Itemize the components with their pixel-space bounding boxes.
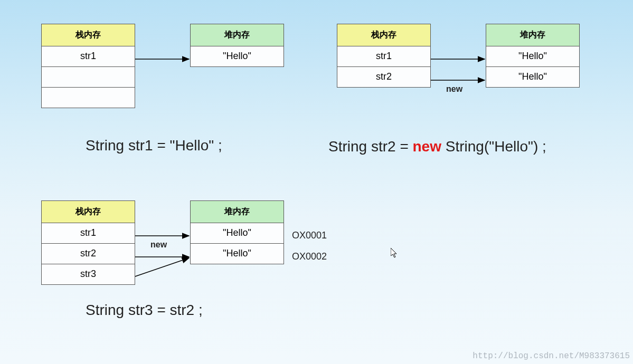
d3-heap-row0: "Hello": [190, 223, 284, 244]
d1-stack-table: 栈内存 str1: [41, 24, 135, 108]
d3-addr0: OX0001: [292, 230, 327, 241]
d2-heap-row0: "Hello": [486, 46, 580, 67]
d2-new-label: new: [446, 84, 462, 94]
d2-stack-row0: str1: [337, 46, 431, 67]
d1-stack-row1: [41, 67, 135, 88]
d3-addr1: OX0002: [292, 251, 327, 262]
d3-stack-row1: str2: [41, 244, 135, 264]
d2-stack-table: 栈内存 str1 str2: [337, 24, 431, 88]
d1-code: String str1 = "Hello" ;: [86, 137, 222, 154]
svg-line-6: [135, 258, 189, 276]
d2-code-post: String("Hello") ;: [441, 138, 546, 155]
d1-heap-header: 堆内存: [190, 24, 284, 46]
d1-stack-header: 栈内存: [41, 24, 135, 46]
d2-code-pre: String str2 =: [328, 138, 413, 155]
d1-stack-row2: [41, 88, 135, 108]
d2-heap-table: 堆内存 "Hello" "Hello": [486, 24, 580, 88]
d3-heap-header: 堆内存: [190, 200, 284, 223]
d1-heap-table: 堆内存 "Hello": [190, 24, 284, 67]
d3-heap-table: 堆内存 "Hello" "Hello": [190, 200, 284, 264]
d3-heap-row1: "Hello": [190, 244, 284, 264]
d3-new-label: new: [150, 240, 167, 250]
d3-stack-row0: str1: [41, 223, 135, 244]
d3-stack-row2: str3: [41, 264, 135, 285]
d2-code: String str2 = new String("Hello") ;: [328, 138, 546, 155]
d2-heap-row1: "Hello": [486, 67, 580, 88]
d3-stack-table: 栈内存 str1 str2 str3: [41, 200, 135, 285]
cursor-icon: [391, 248, 399, 258]
d1-stack-row0: str1: [41, 46, 135, 67]
d2-stack-row1: str2: [337, 67, 431, 88]
watermark: http://blog.csdn.net/M983373615: [473, 351, 630, 361]
d1-heap-row0: "Hello": [190, 46, 284, 67]
d3-stack-header: 栈内存: [41, 200, 135, 223]
d2-heap-header: 堆内存: [486, 24, 580, 46]
d2-stack-header: 栈内存: [337, 24, 431, 46]
d2-code-new: new: [413, 138, 441, 155]
d3-code: String str3 = str2 ;: [86, 302, 203, 319]
